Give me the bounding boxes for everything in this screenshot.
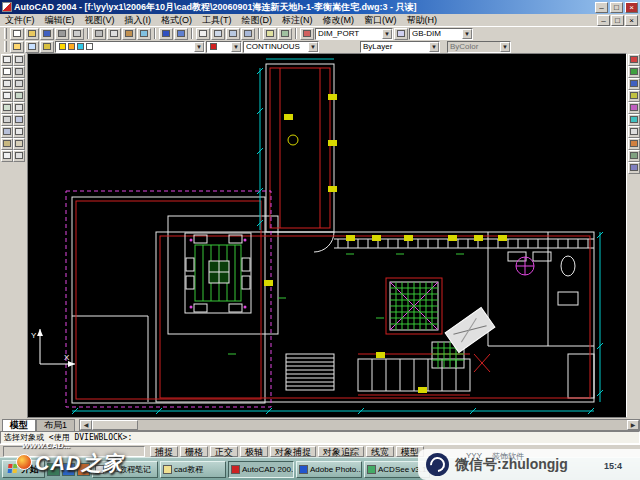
save-button[interactable] (40, 28, 54, 40)
title-bar[interactable]: AutoCAD 2004 - [f:\yy\yx1\2006年10月\cad教程… (0, 0, 640, 14)
insert-block-button[interactable] (13, 114, 25, 126)
minimize-button[interactable]: – (595, 2, 608, 13)
text-style-button[interactable] (394, 28, 408, 40)
scrollbar-thumb[interactable] (92, 420, 138, 430)
dropdown-arrow-icon[interactable]: ▼ (462, 29, 472, 39)
color-dropdown[interactable]: ▼ (206, 41, 242, 53)
lineweight-toggle[interactable]: 线宽 (366, 446, 394, 457)
ellipse-button[interactable] (13, 102, 25, 114)
copy-button[interactable] (107, 28, 121, 40)
menu-view[interactable]: 视图(V) (80, 14, 120, 26)
maximize-button[interactable]: □ (610, 2, 623, 13)
design-center-button[interactable] (278, 28, 292, 40)
circle-button[interactable] (1, 90, 13, 102)
taskbar-item-cad-notes[interactable]: cad教程笔记 (92, 461, 158, 478)
pan-button[interactable] (196, 28, 210, 40)
quick-launch-browser-icon[interactable] (62, 463, 75, 476)
doc-restore-button[interactable]: □ (611, 15, 624, 26)
dim-style-button[interactable] (300, 28, 314, 40)
osnap-toggle[interactable]: 对象捕捉 (270, 446, 316, 457)
layer-states-button[interactable] (25, 41, 39, 53)
menu-tools[interactable]: 工具(T) (197, 14, 237, 26)
zoom-window-button[interactable] (226, 28, 240, 40)
plot-button[interactable] (55, 28, 69, 40)
menu-format[interactable]: 格式(O) (156, 14, 197, 26)
grid-toggle[interactable]: 栅格 (180, 446, 208, 457)
spline-button[interactable] (1, 102, 13, 114)
toolbar-grip[interactable] (4, 41, 7, 52)
layer-dropdown[interactable]: ▼ (55, 41, 205, 53)
menu-edit[interactable]: 编辑(E) (40, 14, 80, 26)
dropdown-arrow-icon[interactable]: ▼ (194, 42, 204, 52)
region-button[interactable] (13, 138, 25, 150)
copy-object-button[interactable] (628, 66, 640, 78)
offset-button[interactable] (628, 90, 640, 102)
menu-dimension[interactable]: 标注(N) (277, 14, 318, 26)
menu-window[interactable]: 窗口(W) (359, 14, 402, 26)
tab-layout1[interactable]: 布局1 (36, 419, 75, 431)
polygon-button[interactable] (13, 66, 25, 78)
close-button[interactable]: × (625, 2, 638, 13)
scroll-right-button[interactable]: ▶ (627, 420, 639, 430)
construction-line-button[interactable] (13, 54, 25, 66)
make-layer-current-button[interactable] (40, 41, 54, 53)
rotate-button[interactable] (628, 126, 640, 138)
scroll-left-button[interactable]: ◀ (80, 420, 92, 430)
trim-button[interactable] (628, 150, 640, 162)
dropdown-arrow-icon[interactable]: ▼ (382, 29, 392, 39)
line-button[interactable] (1, 54, 13, 66)
doc-minimize-button[interactable]: – (597, 15, 610, 26)
erase-button[interactable] (628, 54, 640, 66)
taskbar-item-photoshop[interactable]: Adobe Photo... (296, 461, 362, 478)
text-style-dropdown[interactable]: GB-DIM ▼ (409, 28, 473, 40)
zoom-previous-button[interactable] (241, 28, 255, 40)
polar-toggle[interactable]: 极轴 (240, 446, 268, 457)
mirror-button[interactable] (628, 78, 640, 90)
redo-button[interactable] (174, 28, 188, 40)
plot-style-dropdown[interactable]: ByColor ▼ (447, 41, 511, 53)
make-block-button[interactable] (1, 126, 13, 138)
cad-drawing[interactable]: Y X (28, 54, 626, 417)
menu-draw[interactable]: 绘图(D) (237, 14, 278, 26)
taskbar-item-autocad[interactable]: AutoCAD 200... (228, 461, 294, 478)
polyline-button[interactable] (1, 66, 13, 78)
mtext-button[interactable] (1, 150, 13, 162)
arc-button[interactable] (13, 78, 25, 90)
ortho-toggle[interactable]: 正交 (210, 446, 238, 457)
otrack-toggle[interactable]: 对象追踪 (318, 446, 364, 457)
toolbar-grip[interactable] (4, 28, 7, 39)
undo-button[interactable] (159, 28, 173, 40)
layer-properties-button[interactable] (10, 41, 24, 53)
point-button[interactable] (13, 126, 25, 138)
hatch-button[interactable] (1, 138, 13, 150)
start-button[interactable]: 开始 (2, 460, 45, 478)
properties-button[interactable] (263, 28, 277, 40)
cut-button[interactable] (92, 28, 106, 40)
snap-toggle[interactable]: 捕捉 (150, 446, 178, 457)
command-line[interactable]: 选择对象或 <使用 DVIEWBLOCK>: (0, 431, 640, 444)
horizontal-scrollbar[interactable]: ◀ ▶ (79, 419, 640, 431)
revision-cloud-button[interactable] (13, 90, 25, 102)
move-button[interactable] (628, 114, 640, 126)
array-button[interactable] (628, 102, 640, 114)
drawing-canvas[interactable]: Y X (27, 53, 627, 418)
open-button[interactable] (25, 28, 39, 40)
dropdown-arrow-icon[interactable]: ▼ (500, 42, 510, 52)
tab-model[interactable]: 模型 (2, 419, 36, 431)
dropdown-arrow-icon[interactable]: ▼ (429, 42, 439, 52)
taskbar-item-cad-course[interactable]: cad教程 (160, 461, 226, 478)
new-button[interactable] (10, 28, 24, 40)
dropdown-arrow-icon[interactable]: ▼ (308, 42, 318, 52)
menu-modify[interactable]: 修改(M) (318, 14, 360, 26)
table-button[interactable] (13, 150, 25, 162)
scale-button[interactable] (628, 138, 640, 150)
zoom-realtime-button[interactable] (211, 28, 225, 40)
doc-close-button[interactable]: × (625, 15, 638, 26)
menu-help[interactable]: 帮助(H) (402, 14, 443, 26)
match-properties-button[interactable] (137, 28, 151, 40)
plot-preview-button[interactable] (70, 28, 84, 40)
menu-file[interactable]: 文件(F) (0, 14, 40, 26)
paste-button[interactable] (122, 28, 136, 40)
quick-launch-desktop-icon[interactable] (47, 463, 60, 476)
rectangle-button[interactable] (1, 78, 13, 90)
